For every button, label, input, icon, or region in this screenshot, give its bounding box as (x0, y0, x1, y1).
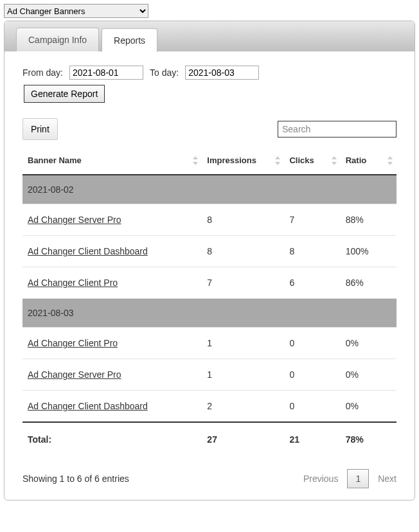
table-row: Ad Changer Client Pro7686% (22, 267, 397, 299)
sort-icon (275, 156, 280, 165)
banner-link[interactable]: Ad Changer Client Dashboard (28, 401, 148, 411)
table-row: Ad Changer Client Pro100% (22, 328, 397, 359)
cell-ratio: 0% (341, 359, 397, 391)
cell-clicks: 0 (284, 391, 340, 423)
sort-icon (332, 156, 337, 165)
group-date: 2021-08-03 (22, 299, 397, 328)
content-area: From day: To day: Generate Report Print … (4, 51, 415, 500)
cell-banner: Ad Changer Client Dashboard (22, 391, 202, 423)
table-row: Ad Changer Server Pro100% (22, 359, 397, 391)
cell-impressions: 8 (202, 204, 284, 236)
cell-ratio: 0% (341, 391, 397, 423)
cell-clicks: 6 (284, 267, 340, 299)
col-clicks[interactable]: Clicks (284, 146, 340, 175)
cell-clicks: 8 (284, 236, 340, 267)
cell-banner: Ad Changer Client Pro (22, 267, 202, 299)
group-date: 2021-08-02 (22, 175, 397, 204)
to-day-input[interactable] (185, 66, 259, 80)
report-table: Banner Name Impressions Clicks Ratio 202… (22, 146, 397, 455)
cell-banner: Ad Changer Client Dashboard (22, 236, 202, 267)
entries-info: Showing 1 to 6 of 6 entries (22, 474, 129, 484)
pagination: Previous 1 Next (303, 469, 397, 488)
banner-link[interactable]: Ad Changer Client Dashboard (28, 246, 148, 256)
col-ratio[interactable]: Ratio (341, 146, 397, 175)
sort-icon (193, 156, 198, 165)
group-row: 2021-08-02 (22, 175, 397, 204)
prev-page[interactable]: Previous (303, 474, 338, 484)
cell-clicks: 7 (284, 204, 340, 236)
col-banner-name[interactable]: Banner Name (22, 146, 202, 175)
total-label: Total: (22, 422, 202, 455)
table-footer: Showing 1 to 6 of 6 entries Previous 1 N… (22, 469, 397, 488)
cell-ratio: 100% (341, 236, 397, 267)
cell-clicks: 0 (284, 359, 340, 391)
cell-ratio: 86% (341, 267, 397, 299)
page-number[interactable]: 1 (347, 469, 369, 488)
toolbar: Print (22, 118, 397, 140)
group-row: 2021-08-03 (22, 299, 397, 328)
banner-link[interactable]: Ad Changer Server Pro (28, 215, 121, 225)
cell-banner: Ad Changer Client Pro (22, 328, 202, 359)
cell-banner: Ad Changer Server Pro (22, 359, 202, 391)
total-ratio: 78% (341, 422, 397, 455)
table-row: Ad Changer Client Dashboard88100% (22, 236, 397, 267)
next-page[interactable]: Next (378, 474, 397, 484)
cell-impressions: 1 (202, 328, 284, 359)
cell-impressions: 8 (202, 236, 284, 267)
total-impressions: 27 (202, 422, 284, 455)
table-row: Ad Changer Client Dashboard200% (22, 391, 397, 423)
to-day-label: To day: (150, 67, 179, 78)
cell-banner: Ad Changer Server Pro (22, 204, 202, 236)
from-day-label: From day: (22, 67, 63, 78)
total-row: Total:272178% (22, 422, 397, 455)
cell-impressions: 7 (202, 267, 284, 299)
page-select[interactable]: Ad Changer Banners (4, 4, 148, 18)
banner-link[interactable]: Ad Changer Client Pro (28, 278, 118, 288)
reports-panel: Campaign Info Reports From day: To day: … (4, 21, 415, 501)
sort-icon (388, 156, 393, 165)
filter-row: From day: To day: (22, 66, 397, 80)
cell-impressions: 2 (202, 391, 284, 423)
print-button[interactable]: Print (22, 118, 58, 140)
cell-impressions: 1 (202, 359, 284, 391)
total-clicks: 21 (284, 422, 340, 455)
tab-campaign-info[interactable]: Campaign Info (16, 28, 99, 51)
cell-ratio: 88% (341, 204, 397, 236)
tabs-bar: Campaign Info Reports (4, 21, 415, 51)
col-impressions[interactable]: Impressions (202, 146, 284, 175)
search-input[interactable] (278, 121, 397, 137)
tab-reports[interactable]: Reports (102, 28, 157, 52)
cell-ratio: 0% (341, 328, 397, 359)
table-row: Ad Changer Server Pro8788% (22, 204, 397, 236)
from-day-input[interactable] (69, 66, 143, 80)
banner-link[interactable]: Ad Changer Server Pro (28, 369, 121, 380)
cell-clicks: 0 (284, 328, 340, 359)
generate-report-button[interactable]: Generate Report (24, 85, 105, 103)
banner-link[interactable]: Ad Changer Client Pro (28, 338, 118, 348)
